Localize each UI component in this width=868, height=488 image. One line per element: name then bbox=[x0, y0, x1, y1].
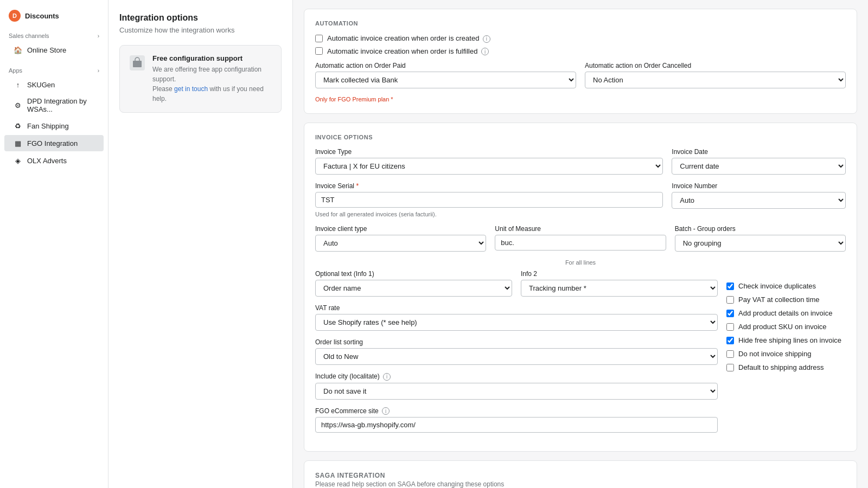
sidebar-item-label: Online Store bbox=[27, 46, 66, 54]
panel-subtitle: Customize how the integration works bbox=[119, 26, 282, 34]
checkbox-check-duplicates: Check invoice duplicates bbox=[726, 282, 846, 290]
client-type-group: Invoice client type Auto Individual Comp… bbox=[315, 225, 486, 252]
fan-shipping-icon: ♻ bbox=[13, 121, 23, 131]
invoice-options-section: INVOICE OPTIONS Invoice Type Factura | X… bbox=[304, 123, 857, 452]
invoice-serial-helper: Used for all generated invoices (seria f… bbox=[315, 211, 663, 217]
invoice-serial-input[interactable] bbox=[315, 192, 663, 208]
client-type-label: Invoice client type bbox=[315, 225, 486, 233]
batch-group-group: Batch - Group orders No grouping Group b… bbox=[675, 225, 846, 252]
invoice-serial-label: Invoice Serial * bbox=[315, 182, 663, 190]
product-sku-checkbox[interactable] bbox=[726, 323, 734, 331]
get-in-touch-link[interactable]: get in touch bbox=[174, 85, 208, 93]
invoice-type-group: Invoice Type Factura | X for EU citizens… bbox=[315, 148, 663, 175]
auto-invoice-created-label: Automatic invoice creation when order is… bbox=[327, 34, 490, 43]
sidebar-item-dpd[interactable]: ⚙ DPD Integration by WSAs... bbox=[4, 94, 104, 117]
sidebar-item-fgo[interactable]: ▦ FGO Integration bbox=[4, 135, 104, 151]
info2-select[interactable]: Tracking number * None Order name bbox=[521, 280, 718, 297]
invoice-date-group: Invoice Date Current date Order date Ful… bbox=[672, 148, 846, 175]
include-city-select[interactable]: Do not save it Save it bbox=[315, 383, 718, 400]
check-duplicates-checkbox[interactable] bbox=[726, 282, 734, 290]
checkbox-auto-invoice-created: Automatic invoice creation when order is… bbox=[315, 34, 846, 43]
invoice-number-group: Invoice Number Auto Manual bbox=[672, 182, 846, 217]
default-shipping-checkbox[interactable] bbox=[726, 364, 734, 371]
order-sorting-group: Order list sorting Old to New New to Old bbox=[315, 338, 718, 365]
batch-group-select[interactable]: No grouping Group by client bbox=[675, 235, 846, 252]
sidebar-item-label: Fan Shipping bbox=[27, 122, 69, 130]
invoice-number-select[interactable]: Auto Manual bbox=[672, 192, 846, 209]
default-shipping-label: Default to shipping address bbox=[738, 363, 824, 371]
auto-invoice-fulfilled-label: Automatic invoice creation when order is… bbox=[327, 47, 489, 56]
info-card-text: We are offering free app configuration s… bbox=[152, 65, 272, 104]
order-cancelled-label: Automatic action on Order Cancelled bbox=[585, 62, 846, 69]
invoice-options-title: INVOICE OPTIONS bbox=[315, 134, 846, 140]
unit-of-measure-input[interactable] bbox=[495, 235, 666, 251]
no-invoice-shipping-label: Do not invoice shipping bbox=[738, 350, 811, 358]
product-details-checkbox[interactable] bbox=[726, 310, 734, 317]
hide-shipping-label: Hide free shiping lines on invoice bbox=[738, 336, 841, 344]
order-cancelled-group: Automatic action on Order Cancelled No A… bbox=[585, 62, 846, 88]
info-icon-fulfilled[interactable]: i bbox=[481, 48, 489, 55]
invoice-checkboxes: Check invoice duplicates Pay VAT at coll… bbox=[726, 270, 846, 440]
sidebar-item-online-store[interactable]: 🏠 Online Store bbox=[4, 42, 104, 58]
automation-section: AUTOMATION Automatic invoice creation wh… bbox=[304, 9, 857, 114]
sidebar-brand: D Discounts bbox=[0, 7, 108, 28]
sidebar-item-skugen[interactable]: ↑ SKUGen bbox=[4, 76, 104, 93]
automation-title: AUTOMATION bbox=[315, 20, 846, 27]
svg-rect-1 bbox=[133, 61, 142, 67]
fgo-ecommerce-label: FGO eCommerce site i bbox=[315, 407, 718, 415]
info-card: Free configuration support We are offeri… bbox=[119, 45, 282, 113]
order-sorting-select[interactable]: Old to New New to Old bbox=[315, 348, 718, 365]
skugen-icon: ↑ bbox=[13, 80, 23, 89]
checkbox-product-sku: Add product SKU on invoice bbox=[726, 323, 846, 331]
pay-vat-checkbox[interactable] bbox=[726, 296, 734, 304]
unit-of-measure-label: Unit of Measure bbox=[495, 225, 666, 233]
olx-icon: ◈ bbox=[13, 156, 23, 165]
right-panel: AUTOMATION Automatic invoice creation wh… bbox=[293, 0, 868, 488]
no-invoice-shipping-checkbox[interactable] bbox=[726, 350, 734, 358]
apps-label: Apps bbox=[9, 67, 22, 74]
info-icon-ecommerce[interactable]: i bbox=[382, 407, 390, 415]
client-type-select[interactable]: Auto Individual Company bbox=[315, 235, 486, 252]
main-content: Integration options Customize how the in… bbox=[108, 0, 868, 488]
check-duplicates-label: Check invoice duplicates bbox=[738, 282, 816, 290]
checkbox-default-shipping: Default to shipping address bbox=[726, 363, 846, 371]
fgo-icon: ▦ bbox=[13, 138, 23, 148]
unit-of-measure-group: Unit of Measure bbox=[495, 225, 666, 252]
vat-rate-select[interactable]: Use Shopify rates (* see help) 0% 19% bbox=[315, 314, 718, 331]
sidebar-item-olx[interactable]: ◈ OLX Adverts bbox=[4, 152, 104, 169]
checkbox-no-invoice-shipping: Do not invoice shipping bbox=[726, 350, 846, 358]
brand-icon: D bbox=[9, 10, 21, 22]
info-icon-city[interactable]: i bbox=[383, 373, 391, 381]
saga-section: SAGA INTEGRATION Please read help sectio… bbox=[304, 460, 857, 488]
auto-invoice-created-checkbox[interactable] bbox=[315, 35, 323, 42]
invoice-number-label: Invoice Number bbox=[672, 182, 846, 190]
checkbox-product-details: Add product details on invoice bbox=[726, 309, 846, 317]
info2-label: Info 2 bbox=[521, 270, 718, 278]
sidebar-item-fan-shipping[interactable]: ♻ Fan Shipping bbox=[4, 118, 104, 134]
sidebar: D Discounts Sales channels › 🏠 Online St… bbox=[0, 0, 108, 488]
pay-vat-label: Pay VAT at collection time bbox=[738, 296, 820, 304]
checkbox-auto-invoice-fulfilled: Automatic invoice creation when order is… bbox=[315, 47, 846, 56]
info-card-title: Free configuration support bbox=[152, 54, 272, 62]
order-paid-group: Automatic action on Order Paid Mark coll… bbox=[315, 62, 576, 88]
order-paid-label: Automatic action on Order Paid bbox=[315, 62, 576, 69]
order-paid-select[interactable]: Mark collected via Bank No Action Mark c… bbox=[315, 72, 576, 88]
sales-channels-section: Sales channels › bbox=[0, 28, 108, 41]
optional-text-group: Optional text (Info 1) Order name Order … bbox=[315, 270, 512, 297]
order-cancelled-select[interactable]: No Action Cancel invoice Delete invoice bbox=[585, 72, 846, 88]
sales-channels-label: Sales channels bbox=[9, 33, 49, 39]
hide-shipping-checkbox[interactable] bbox=[726, 337, 734, 344]
center-panel: Integration options Customize how the in… bbox=[108, 0, 293, 488]
info-card-body: Free configuration support We are offeri… bbox=[152, 54, 272, 104]
fgo-ecommerce-input[interactable] bbox=[315, 417, 718, 433]
auto-invoice-fulfilled-checkbox[interactable] bbox=[315, 47, 323, 55]
sidebar-item-label: OLX Adverts bbox=[27, 157, 67, 165]
optional-text-select[interactable]: Order name Order number None bbox=[315, 280, 512, 297]
chevron-right-icon-2: › bbox=[98, 68, 99, 74]
invoice-date-label: Invoice Date bbox=[672, 148, 846, 156]
invoice-type-select[interactable]: Factura | X for EU citizens Factura Prof… bbox=[315, 158, 663, 175]
sidebar-item-label: FGO Integration bbox=[27, 139, 78, 147]
saga-subtitle: Please read help section on SAGA before … bbox=[315, 480, 846, 488]
invoice-date-select[interactable]: Current date Order date Fulfillment date bbox=[672, 158, 846, 175]
info-icon-created[interactable]: i bbox=[483, 35, 490, 43]
